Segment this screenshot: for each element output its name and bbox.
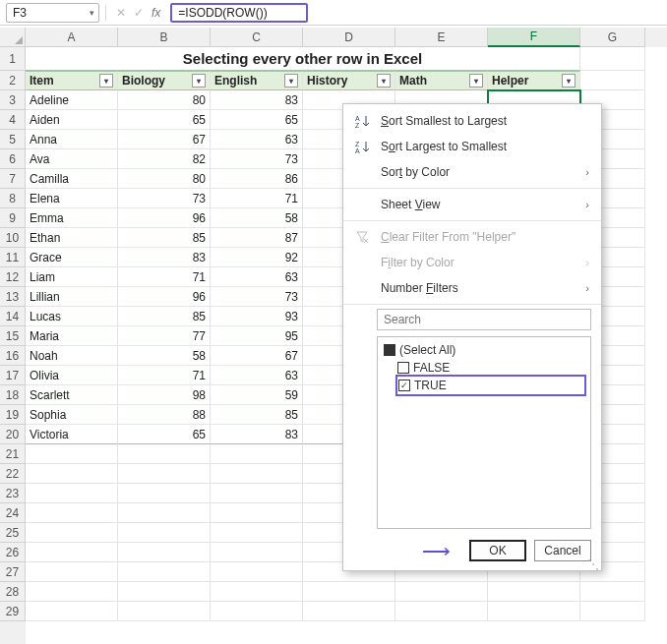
checkbox-unchecked-icon[interactable] <box>397 362 409 374</box>
filter-button-icon[interactable]: ▾ <box>284 74 298 88</box>
cell-empty[interactable] <box>580 602 645 621</box>
cell-biology[interactable]: 71 <box>118 267 211 287</box>
cancel-button[interactable]: Cancel <box>534 540 591 561</box>
row-header-11[interactable]: 11 <box>0 248 26 267</box>
cell-item[interactable]: Liam <box>26 267 118 287</box>
cell-english[interactable]: 63 <box>211 130 303 149</box>
row-header-1[interactable]: 1 <box>0 47 26 71</box>
number-filters[interactable]: Number Filters › <box>343 275 601 301</box>
filter-option-true[interactable]: TRUE <box>397 377 584 394</box>
row-header-3[interactable]: 3 <box>0 90 26 110</box>
cell-empty[interactable] <box>580 582 645 602</box>
row-header-2[interactable]: 2 <box>0 71 26 90</box>
row-header-15[interactable]: 15 <box>0 326 26 346</box>
column-header-C[interactable]: C <box>211 28 303 47</box>
cell-biology[interactable]: 98 <box>118 385 211 405</box>
cell-english[interactable]: 95 <box>211 326 303 346</box>
cell-empty[interactable] <box>211 444 303 464</box>
cell-empty[interactable] <box>211 582 303 602</box>
cell-english[interactable]: 73 <box>211 287 303 307</box>
cell-G1[interactable] <box>580 47 645 71</box>
cell-biology[interactable]: 88 <box>118 405 211 425</box>
cell-item[interactable]: Ethan <box>26 228 118 248</box>
cell-biology[interactable]: 80 <box>118 169 211 189</box>
resize-grip-icon[interactable] <box>588 557 598 567</box>
cell-item[interactable]: Elena <box>26 189 118 208</box>
column-header-B[interactable]: B <box>118 28 211 47</box>
row-header-13[interactable]: 13 <box>0 287 26 307</box>
cell-empty[interactable] <box>211 484 303 503</box>
row-header-24[interactable]: 24 <box>0 503 26 523</box>
cell-item[interactable]: Olivia <box>26 366 118 385</box>
cell-empty[interactable] <box>26 543 118 562</box>
cell-empty[interactable] <box>211 503 303 523</box>
row-header-25[interactable]: 25 <box>0 523 26 543</box>
cell-biology[interactable]: 96 <box>118 287 211 307</box>
row-header-21[interactable]: 21 <box>0 444 26 464</box>
cell-item[interactable]: Ava <box>26 149 118 169</box>
cell-empty[interactable] <box>118 543 211 562</box>
cell-empty[interactable] <box>211 523 303 543</box>
cell-english[interactable]: 86 <box>211 169 303 189</box>
cell-empty[interactable] <box>26 602 118 621</box>
cancel-icon[interactable]: ✕ <box>116 6 126 20</box>
cell-empty[interactable] <box>118 523 211 543</box>
row-header-29[interactable]: 29 <box>0 602 26 621</box>
row-header-19[interactable]: 19 <box>0 405 26 425</box>
cell-english[interactable]: 67 <box>211 346 303 366</box>
filter-button-icon[interactable]: ▾ <box>99 74 113 88</box>
cell-item[interactable]: Sophia <box>26 405 118 425</box>
cell-empty[interactable] <box>303 602 395 621</box>
cell-empty[interactable] <box>211 562 303 582</box>
cell-item[interactable]: Aiden <box>26 110 118 130</box>
row-header-27[interactable]: 27 <box>0 562 26 582</box>
cell-item[interactable]: Lillian <box>26 287 118 307</box>
title-cell[interactable]: Selecting every other row in Excel <box>26 47 580 71</box>
checkbox-mixed-icon[interactable] <box>384 344 395 356</box>
cell-biology[interactable]: 71 <box>118 366 211 385</box>
cell-english[interactable]: 63 <box>211 267 303 287</box>
cell-biology[interactable]: 67 <box>118 130 211 149</box>
row-header-9[interactable]: 9 <box>0 208 26 228</box>
cell-english[interactable]: 58 <box>211 208 303 228</box>
column-header-G[interactable]: G <box>580 28 645 47</box>
ok-button[interactable]: OK <box>469 540 526 561</box>
cell-empty[interactable] <box>118 562 211 582</box>
cell-biology[interactable]: 82 <box>118 149 211 169</box>
row-header-23[interactable]: 23 <box>0 484 26 503</box>
row-header-12[interactable]: 12 <box>0 267 26 287</box>
row-header-6[interactable]: 6 <box>0 149 26 169</box>
table-header-item[interactable]: Item▾ <box>26 71 118 90</box>
cell-empty[interactable] <box>488 582 580 602</box>
select-all-corner[interactable] <box>0 28 26 47</box>
filter-values-tree[interactable]: (Select All) FALSE TRUE <box>377 336 591 529</box>
cell-empty[interactable] <box>118 602 211 621</box>
cell-english[interactable]: 85 <box>211 405 303 425</box>
column-header-D[interactable]: D <box>303 28 395 47</box>
cell-item[interactable]: Anna <box>26 130 118 149</box>
cell-biology[interactable]: 58 <box>118 346 211 366</box>
name-box[interactable]: F3 ▾ <box>6 3 99 23</box>
row-header-26[interactable]: 26 <box>0 543 26 562</box>
cell-item[interactable]: Victoria <box>26 425 118 444</box>
cell-biology[interactable]: 65 <box>118 425 211 444</box>
filter-button-icon[interactable]: ▾ <box>469 74 483 88</box>
cell-empty[interactable] <box>26 523 118 543</box>
table-header-helper[interactable]: Helper▾ <box>488 71 580 90</box>
cell-english[interactable]: 73 <box>211 149 303 169</box>
cell-empty[interactable] <box>26 484 118 503</box>
row-header-7[interactable]: 7 <box>0 169 26 189</box>
cell-item[interactable]: Grace <box>26 248 118 267</box>
cell-empty[interactable] <box>395 602 488 621</box>
cell-biology[interactable]: 83 <box>118 248 211 267</box>
filter-option-select-all[interactable]: (Select All) <box>384 341 584 359</box>
cell-item[interactable]: Camilla <box>26 169 118 189</box>
row-header-4[interactable]: 4 <box>0 110 26 130</box>
filter-option-false[interactable]: FALSE <box>384 359 584 377</box>
table-header-history[interactable]: History▾ <box>303 71 395 90</box>
cell-empty[interactable] <box>118 503 211 523</box>
cell-biology[interactable]: 65 <box>118 110 211 130</box>
cell-item[interactable]: Lucas <box>26 307 118 326</box>
column-header-E[interactable]: E <box>395 28 488 47</box>
cell-english[interactable]: 59 <box>211 385 303 405</box>
